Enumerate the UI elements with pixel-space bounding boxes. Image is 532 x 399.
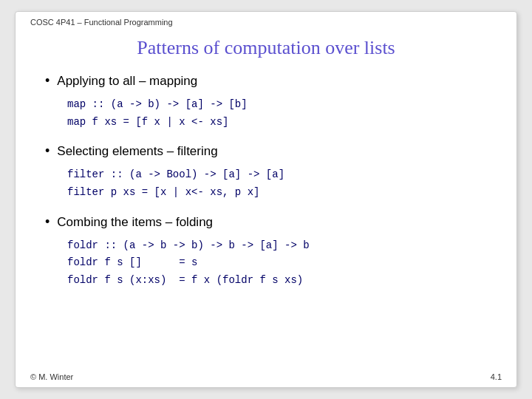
- code-line-2-0: filter :: (a -> Bool) -> [a] -> [a]: [67, 166, 487, 184]
- bullet-item-3: • Combing the items – folding: [45, 214, 487, 231]
- code-block-1: map :: (a -> b) -> [a] -> [b] map f xs =…: [67, 96, 487, 132]
- slide-header: COSC 4P41 – Functional Programming: [16, 12, 516, 27]
- code-line-3-0: foldr :: (a -> b -> b) -> b -> [a] -> b: [67, 237, 487, 255]
- slide-footer: © M. Winter 4.1: [30, 372, 502, 381]
- code-block-3: foldr :: (a -> b -> b) -> b -> [a] -> b …: [67, 237, 487, 290]
- footer-right: 4.1: [491, 372, 502, 381]
- code-line-2-1: filter p xs = [x | x<- xs, p x]: [67, 184, 487, 202]
- slide-content: • Applying to all – mapping map :: (a ->…: [16, 72, 516, 290]
- bullet-label-2: Selecting elements – filtering: [57, 143, 217, 160]
- bullet-dot-3: •: [45, 214, 50, 231]
- code-line-3-1: foldr f s [] = s: [67, 254, 487, 272]
- bullet-item-2: • Selecting elements – filtering: [45, 143, 487, 160]
- bullet-section-2: • Selecting elements – filtering filter …: [45, 143, 487, 201]
- bullet-section-3: • Combing the items – folding foldr :: (…: [45, 214, 487, 290]
- bullet-section-1: • Applying to all – mapping map :: (a ->…: [45, 72, 487, 131]
- bullet-dot-2: •: [45, 143, 50, 160]
- slide: COSC 4P41 – Functional Programming Patte…: [15, 11, 517, 388]
- bullet-item-1: • Applying to all – mapping: [45, 72, 487, 90]
- slide-title: Patterns of computation over lists: [16, 27, 516, 72]
- bullet-dot-1: •: [45, 72, 50, 89]
- code-line-3-2: foldr f s (x:xs) = f x (foldr f s xs): [67, 272, 487, 290]
- code-line-1-1: map f xs = [f x | x <- xs]: [67, 114, 487, 132]
- code-block-2: filter :: (a -> Bool) -> [a] -> [a] filt…: [67, 166, 487, 202]
- header-text: COSC 4P41 – Functional Programming: [30, 18, 173, 27]
- bullet-label-1: Applying to all – mapping: [57, 72, 197, 90]
- code-line-1-0: map :: (a -> b) -> [a] -> [b]: [67, 96, 487, 114]
- bullet-label-3: Combing the items – folding: [57, 214, 213, 231]
- footer-left: © M. Winter: [30, 372, 73, 381]
